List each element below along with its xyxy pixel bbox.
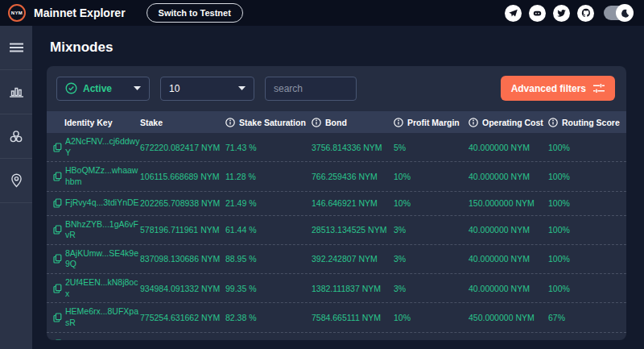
identity-key-link[interactable]: A2NcFNV...cj6ddwyY <box>65 136 140 158</box>
dark-mode-toggle[interactable] <box>604 6 633 20</box>
copy-icon[interactable] <box>53 143 62 152</box>
cell-bond: 7584.665111 NYM <box>312 313 394 322</box>
status-filter-select[interactable]: Active <box>56 77 150 101</box>
cell-identity-key: A2NcFNV...cj6ddwyY <box>53 136 140 158</box>
telegram-icon[interactable] <box>505 5 522 22</box>
table-header-row: Identity KeyStakeStake SaturationBondPro… <box>47 111 626 133</box>
page-size-value: 10 <box>169 83 180 94</box>
app-title: Mainnet Explorer <box>34 6 126 19</box>
twitter-icon[interactable] <box>553 5 570 22</box>
cell-profit-margin: 10% <box>394 198 469 208</box>
cell-stake-saturation: 11.28 % <box>225 172 312 181</box>
menu-icon <box>10 43 23 52</box>
filter-bar: Active 10 Advanced filters <box>47 76 626 101</box>
cell-identity-key: 8AjKUmw...SE4k9e9Q <box>53 248 140 270</box>
nodes-icon <box>9 130 23 143</box>
info-icon[interactable] <box>394 118 403 127</box>
cell-operating-cost: 150.000000 NYM <box>469 198 548 208</box>
page-title: Mixnodes <box>50 39 626 56</box>
cell-operating-cost: 40.000000 NYM <box>469 172 548 181</box>
search-input[interactable] <box>266 77 356 100</box>
cell-stake: 578196.711961 NYM <box>140 225 225 235</box>
github-icon[interactable] <box>577 5 594 22</box>
cell-stake: 106115.668689 NYM <box>140 172 225 181</box>
cell-profit-margin: 3% <box>394 254 469 264</box>
identity-key-link[interactable]: HEMe6rx...8UFXpasR <box>65 306 140 328</box>
sidebar-item-menu[interactable] <box>0 26 32 70</box>
identity-key-link[interactable]: HBoQMZz...whaawhbm <box>65 165 140 187</box>
sidebar-item-node-map[interactable] <box>0 159 32 203</box>
cell-bond: 28513.134525 NYM <box>312 225 394 235</box>
cell-stake-saturation: 82.38 % <box>225 313 312 322</box>
cell-identity-key: 2831fyX...Lk2foLxJ <box>53 339 140 340</box>
column-label: Routing Score <box>562 118 620 127</box>
table-row: FjRvy4q...3tdiYnDE202265.708938 NYM21.49… <box>47 192 626 216</box>
column-header-stake: Stake <box>140 118 225 127</box>
identity-key-link[interactable]: 8AjKUmw...SE4k9e9Q <box>65 248 140 270</box>
nym-logo[interactable]: NYM <box>8 4 26 22</box>
cell-stake-saturation: 99.35 % <box>225 284 312 293</box>
cell-routing-score: 100% <box>548 254 626 264</box>
sidebar-item-overview[interactable] <box>0 70 32 114</box>
column-label: Bond <box>325 118 347 127</box>
cell-profit-margin: 7% <box>394 339 469 340</box>
cell-stake-saturation: 22.96 % <box>225 339 312 340</box>
cell-stake: 672220.082417 NYM <box>140 143 225 152</box>
cell-routing-score: 100% <box>548 172 626 181</box>
cell-identity-key: BNhzZYB...1gA6vFvR <box>53 219 140 241</box>
column-header-bond: Bond <box>312 118 394 127</box>
cell-operating-cost: 40.000000 NYM <box>469 284 548 293</box>
page-size-select[interactable]: 10 <box>160 77 254 101</box>
search-box <box>265 77 357 101</box>
cell-identity-key: 2Uf4EEN...kN8j8ocx <box>53 277 140 299</box>
identity-key-link[interactable]: FjRvy4q...3tdiYnDE <box>65 197 139 209</box>
sidebar-item-network-components[interactable] <box>0 114 32 159</box>
table-row: 2Uf4EEN...kN8j8ocx934984.091332 NYM99.35… <box>47 274 626 303</box>
cell-stake: 934984.091332 NYM <box>140 284 225 293</box>
identity-key-link[interactable]: 2831fyX...Lk2foLxJ <box>65 339 137 340</box>
info-icon[interactable] <box>312 118 321 127</box>
check-circle-icon <box>65 82 77 94</box>
copy-icon[interactable] <box>53 254 62 264</box>
copy-icon[interactable] <box>53 198 62 208</box>
info-icon[interactable] <box>225 118 235 127</box>
copy-icon[interactable] <box>53 339 62 340</box>
copy-icon[interactable] <box>53 284 62 293</box>
chevron-down-icon <box>238 86 246 90</box>
cell-profit-margin: 10% <box>394 172 469 181</box>
cell-routing-score: 100% <box>548 284 626 293</box>
discord-icon[interactable] <box>529 5 546 22</box>
cell-bond: 1382.111837 NYM <box>312 284 394 293</box>
cell-stake: 216104.601207 NYM <box>140 339 225 340</box>
switch-to-testnet-button[interactable]: Switch to Testnet <box>147 3 243 23</box>
copy-icon[interactable] <box>53 172 62 181</box>
cell-stake-saturation: 88.95 % <box>225 254 312 264</box>
column-label: Identity Key <box>64 118 113 127</box>
identity-key-link[interactable]: 2Uf4EEN...kN8j8ocx <box>65 277 140 299</box>
cell-routing-score: 100% <box>548 225 626 235</box>
cell-bond: 392.242807 NYM <box>312 254 394 264</box>
sidebar <box>0 26 32 349</box>
cell-routing-score: 100% <box>548 198 626 208</box>
cell-identity-key: HBoQMZz...whaawhbm <box>53 165 140 187</box>
column-header-profit-margin: Profit Margin <box>394 118 469 127</box>
mixnodes-card: Active 10 Advanced filters <box>47 66 626 340</box>
advanced-filters-label: Advanced filters <box>511 83 586 94</box>
table-row: HEMe6rx...8UFXpasR775254.631662 NYM82.38… <box>47 303 626 332</box>
info-icon[interactable] <box>548 118 558 127</box>
copy-icon[interactable] <box>53 313 62 322</box>
topbar-social-links <box>505 5 633 22</box>
cell-stake-saturation: 71.43 % <box>225 143 312 152</box>
column-header-identity-key: Identity Key <box>53 118 140 127</box>
cell-routing-score: 67% <box>548 313 626 322</box>
cell-identity-key: HEMe6rx...8UFXpasR <box>53 306 140 328</box>
column-header-routing-score: Routing Score <box>548 118 626 127</box>
cell-operating-cost: 40.000000 NYM <box>469 339 548 340</box>
identity-key-link[interactable]: BNhzZYB...1gA6vFvR <box>65 219 140 241</box>
advanced-filters-button[interactable]: Advanced filters <box>501 76 615 101</box>
cell-routing-score: 100% <box>548 339 626 340</box>
copy-icon[interactable] <box>53 225 62 235</box>
info-icon[interactable] <box>469 118 478 127</box>
mixnodes-table: Identity KeyStakeStake SaturationBondPro… <box>47 111 626 340</box>
cell-operating-cost: 40.000000 NYM <box>469 254 548 264</box>
